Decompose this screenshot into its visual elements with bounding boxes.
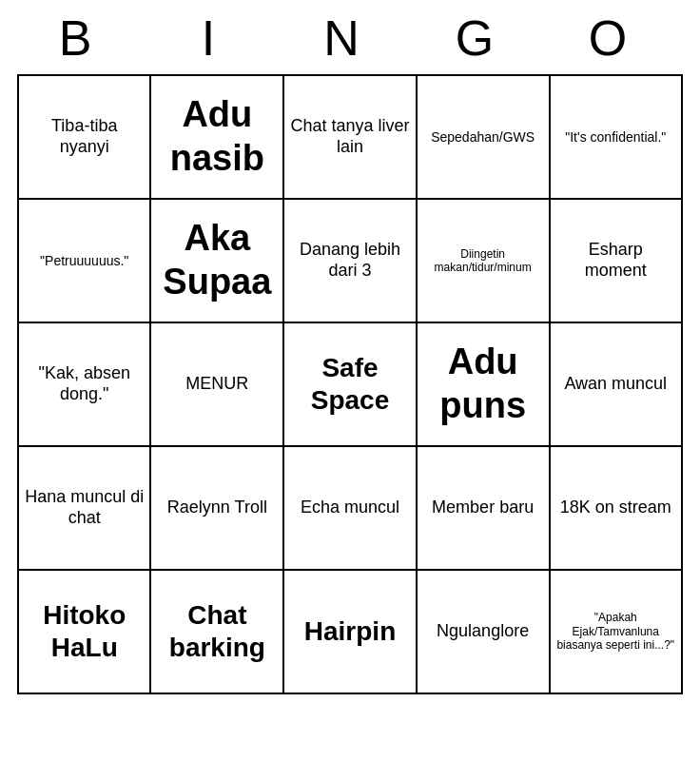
letter-n: N bbox=[293, 10, 407, 67]
cell-r3-c2: Echa muncul bbox=[283, 446, 417, 570]
cell-r0-c1: Adu nasib bbox=[150, 75, 283, 199]
cell-r4-c0: Hitoko HaLu bbox=[18, 570, 150, 693]
cell-r0-c0: Tiba-tiba nyanyi bbox=[18, 75, 150, 199]
cell-r1-c0: "Petruuuuuus." bbox=[18, 199, 150, 322]
cell-r0-c4: "It's confidential." bbox=[550, 75, 683, 199]
cell-r4-c1: Chat barking bbox=[150, 570, 283, 693]
cell-r2-c3: Adu puns bbox=[417, 322, 550, 446]
cell-r2-c1: MENUR bbox=[150, 322, 283, 446]
cell-r3-c1: Raelynn Troll bbox=[150, 446, 283, 570]
letter-o: O bbox=[559, 10, 673, 67]
letter-g: G bbox=[426, 10, 540, 67]
cell-r2-c0: "Kak, absen dong." bbox=[18, 322, 150, 446]
letter-i: I bbox=[160, 10, 274, 67]
cell-r3-c3: Member baru bbox=[417, 446, 550, 570]
cell-r0-c2: Chat tanya liver lain bbox=[283, 75, 417, 199]
cell-r1-c1: Aka Supaa bbox=[150, 199, 283, 322]
letter-b: B bbox=[27, 10, 141, 67]
cell-r1-c2: Danang lebih dari 3 bbox=[283, 199, 417, 322]
cell-r2-c4: Awan muncul bbox=[550, 322, 683, 446]
cell-r4-c2: Hairpin bbox=[283, 570, 417, 693]
bingo-title: B I N G O bbox=[17, 0, 683, 74]
cell-r3-c4: 18K on stream bbox=[550, 446, 683, 570]
cell-r0-c3: Sepedahan/GWS bbox=[417, 75, 550, 199]
cell-r1-c3: Diingetin makan/tidur/minum bbox=[417, 199, 550, 322]
cell-r4-c4: "Apakah Ejak/Tamvanluna biasanya seperti… bbox=[550, 570, 683, 693]
cell-r3-c0: Hana muncul di chat bbox=[18, 446, 150, 570]
cell-r2-c2: Safe Space bbox=[283, 322, 417, 446]
bingo-grid: Tiba-tiba nyanyiAdu nasibChat tanya live… bbox=[17, 74, 683, 694]
cell-r1-c4: Esharp moment bbox=[550, 199, 683, 322]
cell-r4-c3: Ngulanglore bbox=[417, 570, 550, 693]
